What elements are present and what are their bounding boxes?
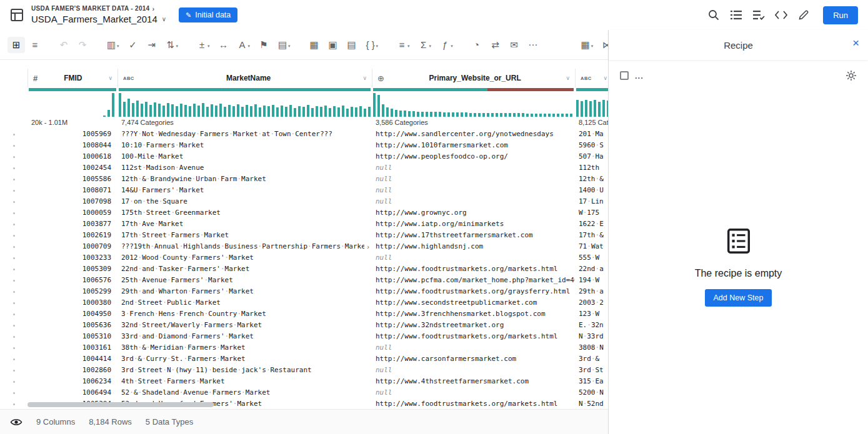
- cell-marketname[interactable]: 17th·Street·Farmers·Market: [117, 230, 372, 241]
- cell-url[interactable]: http://www.foodtrustmarkets.org/markets.…: [372, 264, 575, 275]
- cell-url[interactable]: null: [372, 196, 575, 207]
- more-options-button[interactable]: ...: [635, 71, 644, 81]
- move-column-icon[interactable]: ⇥: [143, 37, 161, 53]
- cell-url[interactable]: http://www.32ndstreetmarket.org: [372, 320, 575, 331]
- cell-marketname[interactable]: 100-Mile·Market: [117, 151, 372, 162]
- code-icon[interactable]: [772, 6, 791, 24]
- cell-marketname[interactable]: 12th·&·Brandywine·Urban·Farm·Market: [117, 174, 372, 185]
- filter-rows-icon[interactable]: ≡▾: [393, 37, 414, 53]
- cell-fmid[interactable]: 1005299: [27, 286, 117, 297]
- cell-url[interactable]: http://www.carsonfarmersmarket.com: [372, 353, 575, 365]
- column-type-icon[interactable]: ▥▾: [102, 37, 123, 53]
- grid-view-icon[interactable]: ⊞: [7, 37, 25, 53]
- format-text-icon[interactable]: A▾: [234, 37, 254, 53]
- cell-fmid[interactable]: 1002860: [27, 365, 117, 376]
- cell-col4[interactable]: 3rd·St: [575, 365, 608, 376]
- resize-icon[interactable]: ↔: [215, 37, 232, 53]
- sample-icon[interactable]: ⇄: [487, 37, 504, 53]
- breadcrumb[interactable]: USDA FAMER'S MARKET DATA - 2014 ›: [31, 5, 166, 14]
- gear-icon[interactable]: [846, 70, 857, 81]
- cell-marketname[interactable]: 25th·Avenue·Farmers'·Market: [117, 275, 372, 286]
- column-histogram[interactable]: [117, 92, 372, 117]
- row-marker[interactable]: [0, 320, 27, 331]
- cell-url[interactable]: http://www.3frenchhensmarket.blogspot.co…: [372, 308, 575, 320]
- cell-marketname[interactable]: 38th·&·Meridian·Farmers·Market: [117, 342, 372, 353]
- cell-col4[interactable]: 112th: [575, 162, 608, 174]
- cell-url[interactable]: http://www.1010farmersmarket.com: [372, 140, 575, 151]
- cell-fmid[interactable]: 1005586: [27, 174, 117, 185]
- cell-marketname[interactable]: 22nd·and·Tasker·Farmers'·Market: [117, 264, 372, 275]
- calculate-icon[interactable]: ±▾: [193, 37, 214, 53]
- cell-col4[interactable]: 17·Lin: [575, 196, 608, 207]
- eye-icon[interactable]: [10, 418, 22, 427]
- row-marker[interactable]: [0, 129, 27, 140]
- cell-fmid[interactable]: 1006576: [27, 275, 117, 286]
- cell-url[interactable]: http://www.highlandsnj.com: [372, 241, 575, 252]
- cell-col4[interactable]: E.·32n: [575, 320, 608, 331]
- row-marker[interactable]: [0, 365, 27, 376]
- row-marker[interactable]: [0, 162, 27, 174]
- cell-fmid[interactable]: 1002619: [27, 230, 117, 241]
- list-view-icon[interactable]: ≡: [26, 37, 44, 53]
- chevron-down-icon[interactable]: ∨: [108, 75, 112, 81]
- cell-url[interactable]: http://www.iatp.org/minimarkets: [372, 219, 575, 230]
- row-marker[interactable]: [0, 376, 27, 387]
- functions-icon[interactable]: ƒ▾: [436, 37, 457, 53]
- select-all-checkbox[interactable]: [620, 71, 629, 80]
- cell-marketname[interactable]: 3rd·&·Curry·St.·Farmers·Market: [117, 353, 372, 365]
- cell-fmid[interactable]: 1002454: [27, 162, 117, 174]
- row-marker[interactable]: [0, 398, 27, 409]
- data-quality-bar[interactable]: [576, 88, 608, 91]
- cell-url[interactable]: null: [372, 387, 575, 398]
- more-options-icon[interactable]: ⋯: [524, 37, 542, 53]
- checklist-icon[interactable]: [749, 6, 768, 24]
- union-table-icon[interactable]: ▣: [324, 37, 342, 53]
- add-new-step-button[interactable]: Add New Step: [705, 289, 772, 307]
- view-options-icon[interactable]: ▦▾: [577, 37, 597, 53]
- cell-fmid[interactable]: 1000380: [27, 297, 117, 308]
- flag-icon[interactable]: ⚑: [255, 37, 272, 53]
- cell-fmid[interactable]: 1005969: [27, 129, 117, 140]
- search-icon[interactable]: [704, 6, 723, 24]
- data-quality-bar[interactable]: [373, 88, 574, 91]
- cell-marketname[interactable]: 3·French·Hens·French·Country·Market: [117, 308, 372, 320]
- cell-fmid[interactable]: 1008071: [27, 185, 117, 196]
- cell-marketname[interactable]: ???Y·Not·Wednesday·Farmers·Market·at·Tow…: [117, 129, 372, 140]
- cell-marketname[interactable]: 112st·Madison·Avenue: [117, 162, 372, 174]
- cell-url[interactable]: null: [372, 252, 575, 264]
- cell-url[interactable]: http://www.foodtrustmarkets.org/markets.…: [372, 331, 575, 342]
- cell-col4[interactable]: N·33rd: [575, 331, 608, 342]
- cell-url[interactable]: http://www.foodtrustmarkets.org/markets.…: [372, 398, 575, 409]
- row-marker[interactable]: [0, 342, 27, 353]
- cell-fmid[interactable]: 1007098: [27, 196, 117, 207]
- cell-url[interactable]: null: [372, 365, 575, 376]
- cell-url[interactable]: null: [372, 162, 575, 174]
- cell-marketname[interactable]: ???19th·Annual·Highlands·Business·Partne…: [117, 241, 372, 252]
- cell-fmid[interactable]: 1000709: [27, 241, 117, 252]
- cell-url[interactable]: http://www.secondstreetpublicmarket.com: [372, 297, 575, 308]
- column-header-marketname[interactable]: ABCMarketName∨: [117, 69, 372, 87]
- cell-col4[interactable]: 29th·a: [575, 286, 608, 297]
- close-icon[interactable]: ×: [852, 37, 859, 49]
- row-marker[interactable]: [0, 151, 27, 162]
- column-histogram[interactable]: [27, 92, 117, 117]
- cell-col4[interactable]: 507·Ha: [575, 151, 608, 162]
- validate-icon[interactable]: ✓: [124, 37, 142, 53]
- cell-marketname[interactable]: 14&U·Farmers'·Market: [117, 185, 372, 196]
- chevron-down-icon[interactable]: ∨: [603, 75, 607, 81]
- cell-url[interactable]: http://www.sandlercenter.org/ynotwednesd…: [372, 129, 575, 140]
- cell-col4[interactable]: 2003·2: [575, 297, 608, 308]
- cell-url[interactable]: http://www.peoplesfoodco-op.org/: [372, 151, 575, 162]
- list-view-icon[interactable]: [727, 6, 746, 24]
- cell-url[interactable]: http;//www.grownyc.org: [372, 207, 575, 219]
- cell-col4[interactable]: 12th·&: [575, 174, 608, 185]
- cell-url[interactable]: null: [372, 174, 575, 185]
- cell-fmid[interactable]: 1005636: [27, 320, 117, 331]
- undo-icon[interactable]: ↶: [55, 37, 72, 53]
- row-marker[interactable]: [0, 140, 27, 151]
- cell-fmid[interactable]: 1000059: [27, 207, 117, 219]
- cell-url[interactable]: null: [372, 185, 575, 196]
- column-header-url[interactable]: ⊕Primary_Website_or_URL∨: [372, 69, 575, 87]
- cell-col4[interactable]: 201·Ma: [575, 129, 608, 140]
- row-marker[interactable]: [0, 196, 27, 207]
